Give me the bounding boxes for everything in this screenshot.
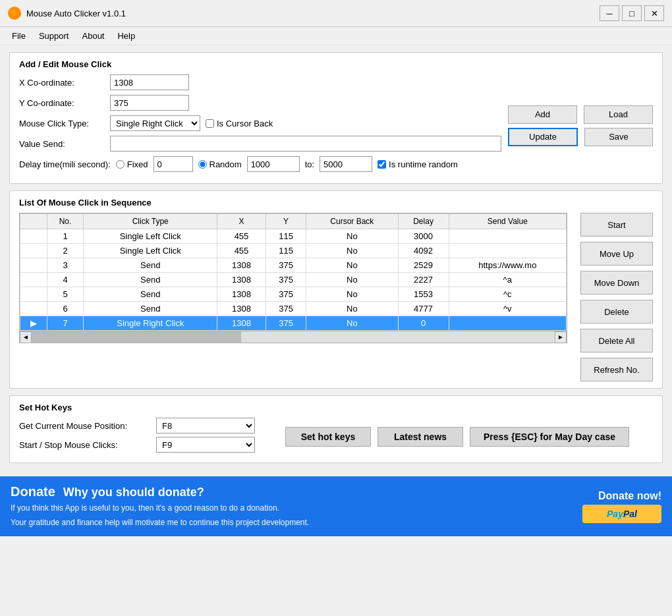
row-send-value: [449, 316, 566, 331]
start-button[interactable]: Start: [580, 213, 653, 237]
add-edit-left: X Co-ordinate: Y Co-ordinate: Mouse Clic…: [19, 74, 501, 177]
set-hotkeys-button[interactable]: Set hot keys: [285, 427, 371, 447]
paypal-button[interactable]: PayPal: [582, 505, 661, 523]
row-no: 5: [47, 287, 84, 302]
get-position-select[interactable]: F8F7F6F5: [156, 418, 255, 434]
row-click-type: Send: [84, 287, 217, 302]
menu-help[interactable]: Help: [111, 28, 142, 43]
row-x: 1308: [217, 273, 266, 287]
esc-button[interactable]: Press {ESC} for May Day case: [470, 427, 629, 447]
row-cursor-back: No: [306, 258, 398, 273]
sequence-buttons: Start Move Up Move Down Delete Delete Al…: [580, 213, 653, 381]
delete-button[interactable]: Delete: [580, 300, 653, 323]
runtime-random-checkbox[interactable]: [378, 160, 386, 169]
hotkeys-action-buttons: Set hot keys Latest news Press {ESC} for…: [262, 427, 653, 447]
table-row[interactable]: 1 Single Left Click 455 115 No 3000: [20, 229, 567, 244]
random-label: Random: [210, 159, 242, 169]
col-click-type: Click Type: [84, 214, 217, 229]
table-row[interactable]: 5 Send 1308 375 No 1553 ^c: [20, 287, 567, 302]
row-send-value: ^v: [449, 302, 566, 316]
x-coord-row: X Co-ordinate:: [19, 74, 501, 90]
get-position-row: Get Current Mouse Position: F8F7F6F5: [19, 418, 255, 434]
to-label: to:: [305, 159, 314, 169]
y-input[interactable]: [110, 95, 189, 111]
move-up-button[interactable]: Move Up: [580, 242, 653, 266]
row-delay: 3000: [398, 229, 449, 244]
table-body: 1 Single Left Click 455 115 No 3000 2 Si…: [20, 229, 567, 331]
start-stop-label: Start / Stop Mouse Clicks:: [19, 440, 151, 450]
random-radio[interactable]: [198, 160, 207, 169]
x-input[interactable]: [110, 74, 189, 90]
click-type-select[interactable]: Single Right Click Single Left Click Dou…: [110, 115, 200, 131]
col-send-value: Send Value: [449, 214, 566, 229]
add-edit-section: Add / Edit Mouse Click X Co-ordinate: Y …: [9, 52, 663, 184]
value-send-label: Value Send:: [19, 139, 105, 149]
cursor-back-checkbox[interactable]: [206, 119, 214, 128]
refresh-no-button[interactable]: Refresh No.: [580, 358, 653, 381]
table-wrapper: No. Click Type X Y Cursor Back Delay Sen…: [19, 213, 567, 381]
app-title: Mouse Auto Clicker v1.0.1: [26, 9, 600, 18]
col-cursor-back: Cursor Back: [306, 214, 398, 229]
sequence-table: No. Click Type X Y Cursor Back Delay Sen…: [20, 213, 567, 331]
fixed-radio-label[interactable]: Fixed: [116, 159, 148, 169]
latest-news-button[interactable]: Latest news: [378, 427, 463, 447]
row-arrow: [20, 258, 47, 273]
row-delay: 0: [398, 316, 449, 331]
fixed-value-input[interactable]: [154, 156, 193, 172]
menu-support[interactable]: Support: [32, 28, 76, 43]
table-row[interactable]: 3 Send 1308 375 No 2529 https://www.mo: [20, 258, 567, 273]
close-button[interactable]: ✕: [644, 5, 664, 21]
table-row[interactable]: 4 Send 1308 375 No 2227 ^a: [20, 273, 567, 287]
row-x: 1308: [217, 287, 266, 302]
load-button[interactable]: Load: [584, 105, 653, 124]
minimize-button[interactable]: ─: [600, 5, 619, 21]
horizontal-scrollbar[interactable]: ◄ ►: [19, 331, 567, 343]
value-send-input[interactable]: [110, 136, 501, 152]
random-from-input[interactable]: [247, 156, 300, 172]
menu-file[interactable]: File: [5, 28, 32, 43]
row-y: 375: [266, 316, 306, 331]
row-no: 2: [47, 244, 84, 258]
fixed-radio[interactable]: [116, 160, 125, 169]
cursor-back-label[interactable]: Is Cursor Back: [206, 119, 273, 128]
delay-row: Delay time(mili second): Fixed Random to…: [19, 156, 501, 172]
table-header: No. Click Type X Y Cursor Back Delay Sen…: [20, 214, 567, 229]
scroll-right-arrow[interactable]: ►: [555, 331, 567, 343]
table-row[interactable]: 2 Single Left Click 455 115 No 4092: [20, 244, 567, 258]
sequence-section: List Of Mouse Click in Sequence No. Clic…: [9, 190, 663, 389]
row-no: 7: [47, 316, 84, 331]
table-row[interactable]: 6 Send 1308 375 No 4777 ^v: [20, 302, 567, 316]
maximize-button[interactable]: □: [622, 5, 642, 21]
sequence-table-container[interactable]: No. Click Type X Y Cursor Back Delay Sen…: [19, 213, 567, 331]
cursor-back-text: Is Cursor Back: [217, 119, 273, 128]
row-click-type: Single Right Click: [84, 316, 217, 331]
add-button[interactable]: Add: [508, 105, 577, 124]
row-y: 375: [266, 258, 306, 273]
start-stop-row: Start / Stop Mouse Clicks: F9F8F7F6: [19, 437, 255, 453]
start-stop-select[interactable]: F9F8F7F6: [156, 437, 255, 453]
random-radio-label[interactable]: Random: [198, 159, 242, 169]
donate-left: Donate Why you should donate? If you thi…: [11, 484, 576, 528]
donate-right: Donate now! PayPal: [582, 490, 661, 523]
delete-all-button[interactable]: Delete All: [580, 329, 653, 352]
fixed-label: Fixed: [127, 159, 148, 169]
save-button[interactable]: Save: [584, 128, 653, 146]
row-arrow: [20, 302, 47, 316]
update-save-row: Update Save: [508, 128, 653, 146]
move-down-button[interactable]: Move Down: [580, 271, 653, 294]
row-send-value: [449, 244, 566, 258]
row-arrow: [20, 273, 47, 287]
delay-label: Delay time(mili second):: [19, 159, 111, 169]
scroll-track[interactable]: [32, 331, 555, 343]
menu-about[interactable]: About: [76, 28, 111, 43]
table-row[interactable]: ▶ 7 Single Right Click 1308 375 No 0: [20, 316, 567, 331]
row-delay: 4092: [398, 244, 449, 258]
row-click-type: Send: [84, 258, 217, 273]
update-button[interactable]: Update: [508, 128, 578, 146]
row-click-type: Send: [84, 302, 217, 316]
row-y: 375: [266, 302, 306, 316]
random-to-input[interactable]: [320, 156, 372, 172]
scroll-left-arrow[interactable]: ◄: [20, 331, 32, 343]
runtime-random-label[interactable]: Is runtime random: [378, 159, 458, 169]
row-no: 6: [47, 302, 84, 316]
